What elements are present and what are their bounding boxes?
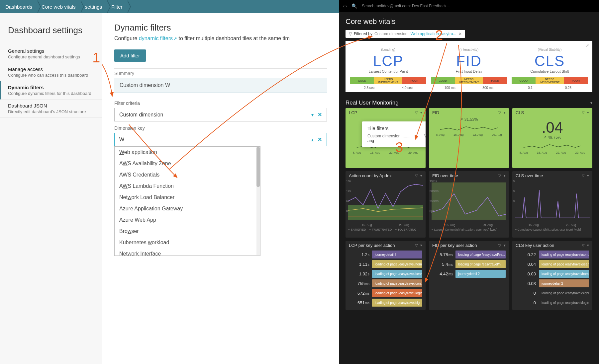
chevron-down-icon[interactable]: ▾ <box>420 243 422 248</box>
list-tile[interactable]: CLS key user action▽▾ 0.22 loading of pa… <box>512 241 592 310</box>
search-input[interactable]: Search ruxitdev@ruxit.com: Dev Fast Feed… <box>362 4 450 8</box>
dropdown-item[interactable]: Browser <box>115 226 260 237</box>
summary-label: Summary <box>114 68 327 76</box>
monitor-icon[interactable]: ▭ <box>343 4 347 9</box>
cwv-card: (Visual Stability)CLSCumulative Layout S… <box>512 48 588 90</box>
sidebar-item[interactable]: General settingsConfigure general dashbo… <box>0 45 102 63</box>
chart-tile[interactable]: CLS over time▽▾ 000 15. Aug29. Aug Cumul… <box>512 171 592 238</box>
dropdown-item[interactable]: AWS Availability Zone <box>115 158 260 169</box>
list-row[interactable]: 5.78ms loading of page /easytravel/se... <box>432 251 506 258</box>
funnel-icon: ▽ <box>349 32 352 36</box>
external-link-icon <box>173 36 177 41</box>
sidebar-heading: Dashboard settings <box>0 21 102 45</box>
sidebar-item[interactable]: Manage accessConfigure who can access th… <box>0 63 102 81</box>
funnel-icon[interactable]: ▽ <box>415 243 418 248</box>
list-row[interactable]: 0.03 loading of page /easytravel/home <box>516 270 589 278</box>
funnel-icon[interactable]: ▽ <box>582 243 584 248</box>
svg-rect-1 <box>432 182 506 220</box>
chevron-down-icon[interactable]: ▾ <box>587 243 589 248</box>
metric-tile[interactable]: CLS▽▾ .04↗ 49.75% 8. Aug15. Aug22. Aug29… <box>512 108 592 168</box>
chart-tile[interactable]: Action count by Apdex▽▾ 18k12k6k0 15. Au… <box>346 171 426 238</box>
content-heading: Dynamic filters <box>114 23 327 33</box>
chart-tile[interactable]: FID over time▽▾ 75ms500ms250ms0µs 15. Au… <box>429 171 509 238</box>
chevron-down-icon[interactable]: ▾ <box>420 110 422 115</box>
funnel-icon[interactable]: ▽ <box>415 174 418 178</box>
dashboard-title: Core web vitals <box>339 12 599 30</box>
chevron-down-icon[interactable]: ▾ <box>504 174 506 178</box>
nav-title: Dashboard JSON <box>8 103 94 109</box>
breadcrumb-item[interactable]: Core web vitals <box>37 0 80 13</box>
list-row[interactable]: 0 loading of page /easytravel/signup <box>516 289 589 297</box>
dimension-key-label: Dimension key <box>114 125 327 131</box>
chevron-down-icon[interactable]: ▾ <box>504 243 506 248</box>
list-row[interactable]: 0.22 loading of page /easytravel/contact <box>516 251 589 258</box>
scrollbar-thumb[interactable] <box>256 147 260 187</box>
chevron-down-icon[interactable]: ▾ <box>587 110 589 115</box>
funnel-icon[interactable]: ▽ <box>498 174 501 178</box>
cwv-panel: ⤢ (Loading)LCPLargest Contentful Paint G… <box>346 41 592 92</box>
chevron-down-icon[interactable]: ▾ <box>590 101 592 105</box>
content-subtitle: Configure dynamic filters to filter mult… <box>114 36 327 41</box>
sidebar-item[interactable]: Dynamic filtersConfigure dynamic filters… <box>0 81 102 100</box>
list-row[interactable]: 5.4ms loading of page /easytravel/h... <box>432 260 506 268</box>
funnel-icon[interactable]: ▽ <box>582 174 584 178</box>
list-row[interactable]: 0.04 loading of page /easytravel/search <box>516 260 589 268</box>
list-row[interactable]: 651ms loading of page /easytravel/sign..… <box>349 299 422 307</box>
list-row[interactable]: 755ms loading of page /easytravel/con... <box>349 279 422 287</box>
funnel-icon[interactable]: ▽ <box>415 110 418 115</box>
filter-criteria-select[interactable]: Custom dimension ▾ ✕ <box>114 108 327 121</box>
filter-criteria-label: Filter criteria <box>114 101 327 106</box>
svg-rect-0 <box>348 205 423 220</box>
clear-icon[interactable]: ✕ <box>318 136 322 143</box>
chevron-down-icon[interactable]: ▾ <box>420 174 422 178</box>
search-icon[interactable]: 🔍 <box>351 3 357 9</box>
list-row[interactable]: 1.2s journeydetail 2 <box>349 251 422 258</box>
clear-icon[interactable]: ✕ <box>318 111 322 118</box>
dropdown-item[interactable]: AWS Lambda Function <box>115 181 260 192</box>
chevron-up-icon[interactable]: ▴ <box>311 137 314 142</box>
dropdown-item[interactable]: Network Load Balancer <box>115 192 260 203</box>
dropdown-item[interactable]: Azure Web App <box>115 214 260 226</box>
list-tile[interactable]: LCP per key user action▽▾ 1.2s journeyde… <box>346 241 426 310</box>
list-row[interactable]: 0 loading of page /easytravel/login <box>516 299 589 307</box>
dropdown-item[interactable]: Web application <box>115 147 260 158</box>
top-search-bar: ▭ 🔍 Search ruxitdev@ruxit.com: Dev Fast … <box>339 0 599 12</box>
nav-desc: Configure who can access this dashboard <box>8 73 94 78</box>
dynamic-filters-link[interactable]: dynamic filters <box>139 36 177 41</box>
metric-tile[interactable]: FID▽▾ ↗ 31.53% 8. Aug15. Aug22. Aug29. A… <box>429 108 509 168</box>
list-row[interactable]: 0.03 journeydetail 2 <box>516 279 589 287</box>
filter-chip[interactable]: ▽ Filtered by Custom dimension: Web appl… <box>346 30 465 38</box>
chevron-down-icon[interactable]: ▾ <box>311 112 314 117</box>
chevron-down-icon[interactable]: ▾ <box>504 110 506 115</box>
funnel-icon[interactable]: ▽ <box>498 110 501 115</box>
nav-desc: Directly edit dashboard's JSON structure <box>8 109 94 114</box>
list-row[interactable]: 1.11s loading of page /easytravel/home <box>349 260 422 268</box>
expand-icon[interactable]: ⤢ <box>586 43 589 48</box>
remove-filter-icon[interactable]: ✕ <box>458 32 462 36</box>
cwv-card: (Loading)LCPLargest Contentful Paint GOO… <box>350 48 426 90</box>
breadcrumb-item[interactable]: Dashboards <box>4 0 37 13</box>
nav-title: General settings <box>8 48 94 54</box>
dimension-key-dropdown: Web applicationAWS Availability ZoneAWS … <box>114 146 260 256</box>
list-row[interactable]: 1.02s loading of page /easytravel/sear..… <box>349 270 422 278</box>
summary-row[interactable]: Custom dimension W <box>114 78 327 93</box>
dropdown-item[interactable]: Network Interface <box>115 248 260 256</box>
list-row[interactable]: 672ms loading of page /easytravel/login <box>349 289 422 297</box>
sidebar-item[interactable]: Dashboard JSONDirectly edit dashboard's … <box>0 100 102 118</box>
settings-sidebar: Dashboard settings General settingsConfi… <box>0 13 102 364</box>
add-filter-button[interactable]: Add filter <box>114 49 146 62</box>
chevron-down-icon[interactable]: ▾ <box>587 174 589 178</box>
dimension-key-input[interactable]: W ▴ ✕ <box>114 133 327 146</box>
dashboard-filter-bar: ▽ Filtered by Custom dimension: Web appl… <box>346 30 592 38</box>
funnel-icon[interactable]: ▽ <box>582 110 584 115</box>
funnel-icon[interactable]: ▽ <box>498 243 501 248</box>
dropdown-item[interactable]: Kubernetes workload <box>115 237 260 248</box>
dropdown-item[interactable]: AWS Credentials <box>115 169 260 181</box>
dropdown-item[interactable]: Azure Application Gateway <box>115 203 260 214</box>
nav-title: Manage access <box>8 66 94 72</box>
list-row[interactable]: 4.42ms journeydetail 2 <box>432 270 506 278</box>
list-tile[interactable]: FID per key user action▽▾ 5.78ms loading… <box>429 241 509 310</box>
metric-tile[interactable]: LCP▽▾ 1.07s↗ 46.78% 8. Aug15. Aug22. Aug… <box>346 108 426 168</box>
nav-desc: Configure general dashboard settings <box>8 54 94 59</box>
cwv-card: (Interactivity)FIDFirst Input Delay GOOD… <box>431 48 507 90</box>
